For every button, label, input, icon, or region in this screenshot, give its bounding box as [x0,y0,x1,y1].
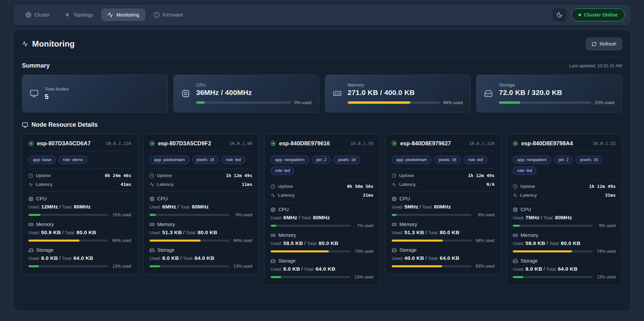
nav-right: Cluster Online [552,8,625,22]
resource-usage-line: Used: 6MHz / Total: 80MHz [150,204,252,210]
activity-icon [28,182,33,187]
progress-track [513,225,593,227]
card-divider [28,191,131,192]
memory-icon [333,89,342,98]
percent-used-label: 64% used [233,238,252,243]
progress-fill [392,214,396,216]
resource-label: Memory [157,222,175,227]
uptime-row: Uptime 0h 56m 56s [271,184,373,189]
total-value: 64.0 KB [194,255,214,261]
progress-track [499,101,591,104]
summary-progress: 9% used [196,100,312,105]
total-value: 80MHz [434,204,451,209]
node-status-dot-icon [392,141,397,146]
storage-section: Storage Used: 8.0 KB / Total: 64.0 KB 13… [28,247,131,269]
node-name: esp-840D8E979627 [400,140,451,147]
progress-fill [150,214,156,216]
cpu-icon [150,196,155,201]
uptime-value: 0h 56m 56s [347,184,373,189]
cpu-section: CPU Used: 6MHz / Total: 80MHz 8% used [150,196,252,217]
summary-card-label: Total Nodes [45,87,160,92]
memory-icon [392,222,397,227]
node-tag: role: led [513,167,536,175]
resource-progress: 13% used [271,275,373,279]
percent-used-label: 23% used [595,100,614,105]
percent-used-label: 9% used [294,100,312,105]
cpu-section: CPU Used: 6MHz / Total: 80MHz 7% used [271,207,373,228]
card-divider [150,168,252,169]
memory-section: Memory Used: 51.3 KB / Total: 80.0 KB 64… [392,222,495,243]
latency-label: Latency [36,182,52,187]
activity-icon [150,182,154,187]
summary-card-total-nodes: Total Nodes 5 [22,75,168,113]
progress-fill [513,276,523,278]
progress-track [271,225,350,227]
firmware-badge-icon [154,12,160,18]
card-divider [271,179,373,179]
cluster-status-button[interactable]: Cluster Online [571,8,625,21]
tab-cluster[interactable]: Cluster [19,8,56,21]
used-value: 8.0 KB [283,266,300,272]
uptime-value: 1h 12m 49s [589,184,616,189]
progress-fill [392,240,443,242]
cpu-icon [28,196,33,201]
total-value: 80MHz [192,204,209,209]
used-value: 6MHz [283,215,297,220]
refresh-label: Refresh [600,41,616,47]
used-value: 40.0 KB [405,255,424,261]
summary-card-value: 271.0 KB / 400.0 KB [348,89,463,97]
total-value: 64.0 KB [440,255,459,261]
card-divider [513,202,616,202]
progress-fill [499,101,520,104]
node-tag: app: neopattern [271,156,309,164]
tab-topology[interactable]: Topology [58,8,99,21]
memory-icon [513,233,518,238]
percent-used-label: 64% used [112,238,131,243]
percent-used-label: 6% used [475,213,495,217]
card-divider [392,168,495,169]
uptime-label: Uptime [399,173,414,178]
cluster-status-label: Cluster Online [584,12,618,18]
tab-firmware[interactable]: Firmware [147,8,189,21]
node-card: esp-840D8E979627 10.0.1.110 app: pixelst… [385,134,501,274]
cpu-section: CPU Used: 7MHz / Total: 80MHz 9% used [513,207,616,228]
resource-label: Memory [278,232,296,238]
resource-progress: 13% used [513,275,616,279]
refresh-button[interactable]: Refresh [586,38,622,50]
resource-usage-line: Used: 58.5 KB / Total: 80.0 KB [271,240,373,246]
storage-section: Storage Used: 8.0 KB / Total: 64.0 KB 13… [150,247,252,269]
node-card: esp-840D8E9798A4 10.0.1.53 app: neopatte… [506,134,622,285]
summary-progress: 23% used [499,100,614,105]
uptime-label: Uptime [157,173,172,178]
used-value: 50.9 KB [41,229,61,235]
node-name: esp-840D8E9798A4 [521,140,573,147]
progress-track [150,265,229,267]
node-status-dot-icon [513,141,518,146]
progress-track [392,265,472,267]
latency-value: 41ms [121,182,131,187]
resource-progress: 7% used [271,223,373,228]
progress-track [196,101,291,104]
uptime-label: Uptime [520,184,535,189]
details-heading: Node Resource Details [22,121,622,128]
latency-value: 11ms [242,182,252,187]
cpu-icon [181,89,190,98]
tab-monitoring[interactable]: Monitoring [101,8,145,21]
resource-usage-line: Used: 50.9 KB / Total: 80.0 KB [28,229,131,236]
progress-fill [392,265,442,267]
node-tag: app: pixelstream [392,156,432,164]
uptime-value: 0h 24m 46s [105,173,131,178]
nav-tabs: Cluster Topology Monitoring Firmware [19,8,189,21]
node-tags: app: pixelstreampixels: 16role: led [392,156,495,164]
latency-row: Latency 41ms [28,182,131,187]
total-value: 64.0 KB [558,266,577,272]
theme-toggle-button[interactable] [552,8,567,22]
resource-usage-line: Used: 8.0 KB / Total: 64.0 KB [271,266,373,272]
progress-track [28,265,108,267]
memory-section: Memory Used: 58.5 KB / Total: 80.0 KB 73… [271,232,373,254]
summary-card-label: CPU [196,82,312,88]
harddrive-icon [513,258,518,264]
resource-usage-line: Used: 5MHz / Total: 80MHz [392,204,495,210]
summary-title: Summary [22,62,50,69]
progress-track [150,240,229,242]
